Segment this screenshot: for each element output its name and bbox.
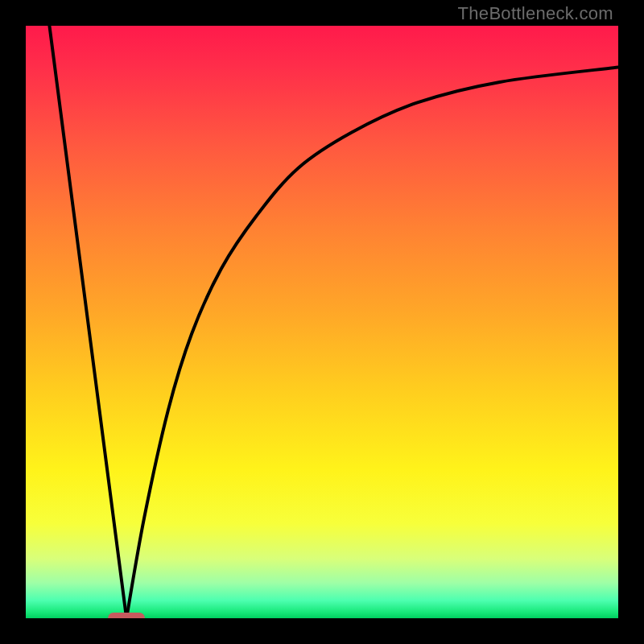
plot-area xyxy=(26,26,618,618)
watermark-text: TheBottleneck.com xyxy=(458,3,613,24)
chart-frame: TheBottleneck.com xyxy=(0,0,644,644)
bottleneck-curve xyxy=(26,26,618,618)
optimum-marker xyxy=(108,613,145,618)
